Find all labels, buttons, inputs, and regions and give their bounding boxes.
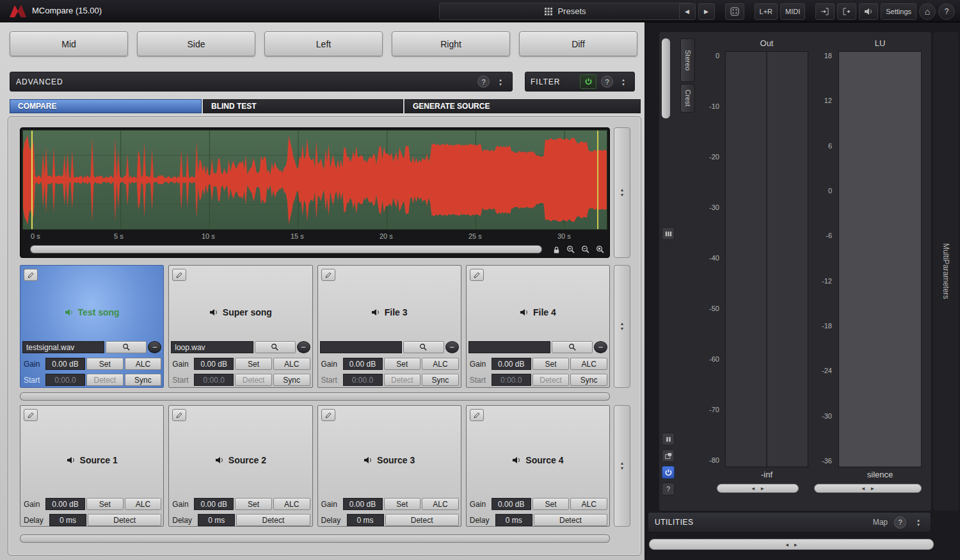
set-button[interactable]: Set (235, 498, 272, 510)
utilities-help-button[interactable]: ? (894, 516, 906, 529)
start-value[interactable]: 0:00.0 (343, 374, 383, 386)
alc-button[interactable]: ALC (570, 358, 607, 370)
gain-value[interactable]: 0.00 dB (45, 498, 85, 510)
advanced-collapse-control[interactable]: ▴ ▾ (495, 75, 506, 89)
file-slots-resize-handle[interactable]: ▴ ▾ (614, 265, 630, 388)
delay-value[interactable]: 0 ms (347, 514, 384, 526)
file-slot-4[interactable]: File 4 − Gain 0.00 dB Set ALC (466, 265, 610, 388)
meter-power-button[interactable] (662, 466, 675, 479)
gain-value[interactable]: 0.00 dB (492, 498, 531, 510)
channel-mode-button[interactable]: L+R (755, 3, 778, 20)
source-slot-4[interactable]: Source 4 Gain 0.00 dB Set ALC Delay 0 ms… (466, 405, 610, 527)
next-preset-button[interactable]: ▶ (698, 3, 715, 20)
utilities-collapse-control[interactable]: ▴ ▾ (913, 515, 924, 529)
lu-meter-range-slider[interactable]: ◂ ▸ (814, 484, 922, 493)
lock-button[interactable] (550, 244, 562, 255)
filter-bar[interactable]: FILTER ? ▴ ▾ (525, 72, 635, 92)
import-button[interactable] (815, 3, 835, 20)
alc-button[interactable]: ALC (422, 498, 459, 510)
filename-input[interactable]: testsignal.wav (22, 341, 104, 353)
set-button[interactable]: Set (532, 498, 570, 510)
sync-button[interactable]: Sync (273, 374, 310, 386)
detect-button[interactable]: Detect (384, 374, 421, 386)
edit-button[interactable] (470, 269, 484, 281)
tab-stereo[interactable]: Stereo (680, 38, 695, 82)
scrollbar-thumb[interactable] (31, 246, 541, 253)
alc-button[interactable]: ALC (273, 358, 310, 370)
set-button[interactable]: Set (86, 498, 124, 510)
set-button[interactable]: Set (384, 358, 421, 370)
advanced-bar[interactable]: ADVANCED ? ▴ ▾ (10, 72, 513, 92)
source-slot-3[interactable]: Source 3 Gain 0.00 dB Set ALC Delay 0 ms… (317, 405, 461, 527)
zoom-out-button[interactable] (580, 244, 591, 255)
channel-button-diff[interactable]: Diff (519, 31, 637, 56)
export-button[interactable] (837, 3, 856, 20)
detect-button[interactable]: Detect (88, 514, 161, 526)
alc-button[interactable]: ALC (273, 498, 310, 510)
gain-value[interactable]: 0.00 dB (343, 358, 383, 370)
set-button[interactable]: Set (384, 498, 421, 510)
gain-value[interactable]: 0.00 dB (194, 358, 234, 370)
gain-value[interactable]: 0.00 dB (45, 358, 85, 370)
detect-button[interactable]: Detect (86, 374, 124, 386)
gain-value[interactable]: 0.00 dB (194, 498, 234, 510)
edit-button[interactable] (24, 269, 38, 281)
tab-generate-source[interactable]: GENERATE SOURCE (404, 99, 641, 113)
alc-button[interactable]: ALC (422, 358, 459, 370)
browse-button[interactable] (106, 341, 147, 353)
map-button[interactable]: Map (873, 518, 888, 527)
remove-button[interactable]: − (594, 341, 607, 353)
start-value[interactable]: 0:00.0 (45, 374, 85, 386)
set-button[interactable]: Set (86, 358, 124, 370)
edit-button[interactable] (24, 409, 38, 421)
sync-button[interactable]: Sync (570, 374, 607, 386)
filename-input[interactable] (468, 341, 550, 353)
randomize-button[interactable] (725, 3, 744, 20)
browse-button[interactable] (552, 341, 593, 353)
channel-button-mid[interactable]: Mid (10, 31, 128, 56)
source-slot-2[interactable]: Source 2 Gain 0.00 dB Set ALC Delay 0 ms… (168, 405, 312, 527)
tab-crest[interactable]: Crest (680, 84, 695, 113)
settings-button[interactable]: Settings (881, 3, 916, 20)
presets-button[interactable]: Presets (439, 3, 692, 20)
channel-button-right[interactable]: Right (392, 31, 510, 56)
remove-button[interactable]: − (445, 341, 459, 353)
browse-button[interactable] (403, 341, 444, 353)
limiter-button[interactable] (859, 3, 878, 20)
filename-input[interactable]: loop.wav (171, 341, 253, 353)
delay-value[interactable]: 0 ms (495, 514, 532, 526)
alc-button[interactable]: ALC (570, 498, 607, 510)
utilities-bar[interactable]: UTILITIES Map ? ▴ ▾ (648, 512, 931, 532)
gain-value[interactable]: 0.00 dB (492, 358, 531, 370)
waveform-scrollbar[interactable] (30, 245, 542, 253)
edit-button[interactable] (321, 269, 335, 281)
prev-preset-button[interactable]: ◀ (679, 3, 696, 20)
out-meter-range-slider[interactable]: ◂ ▸ (717, 484, 799, 493)
popup-window-button[interactable] (662, 449, 675, 462)
advanced-help-button[interactable]: ? (477, 76, 490, 88)
alc-button[interactable]: ALC (125, 498, 162, 510)
out-level-meter[interactable] (725, 51, 808, 467)
file-slot-3[interactable]: File 3 − Gain 0.00 dB Set ALC (317, 265, 461, 388)
zoom-in-button[interactable] (565, 244, 577, 255)
source-slot-1[interactable]: Source 1 Gain 0.00 dB Set ALC Delay 0 ms… (20, 405, 164, 527)
edit-button[interactable] (172, 409, 186, 421)
multiparameters-strip[interactable]: MultiParameters (933, 32, 959, 511)
file-slot-2[interactable]: Super song loop.wav − Gain 0.00 dB Set A… (168, 265, 312, 388)
set-button[interactable]: Set (532, 358, 570, 370)
pause-button[interactable] (662, 433, 675, 445)
detect-button[interactable]: Detect (532, 374, 570, 386)
filter-power-button[interactable] (580, 74, 596, 89)
tab-compare[interactable]: COMPARE (10, 99, 202, 113)
help-button[interactable]: ? (938, 3, 955, 20)
gain-value[interactable]: 0.00 dB (343, 498, 383, 510)
filter-help-button[interactable]: ? (601, 76, 613, 88)
edit-button[interactable] (321, 409, 335, 421)
sync-button[interactable]: Sync (422, 374, 459, 386)
meter-style-button[interactable] (662, 227, 675, 240)
sidebar-scrollbar[interactable]: ◂ ▸ (649, 539, 934, 550)
alc-button[interactable]: ALC (125, 358, 162, 370)
channel-button-side[interactable]: Side (137, 31, 255, 56)
remove-button[interactable]: − (148, 341, 161, 353)
midi-button[interactable]: MIDI (780, 3, 805, 20)
